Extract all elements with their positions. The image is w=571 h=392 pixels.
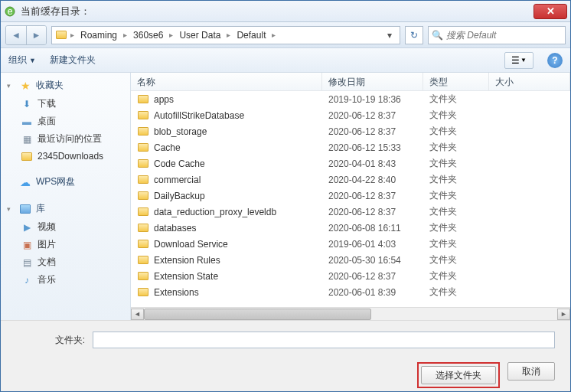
forward-button[interactable]: ► [26,26,46,44]
filename-row: 文件夹: [16,332,555,348]
file-type-cell: 文件夹 [423,237,489,250]
file-date-cell: 2020-04-01 8:43 [322,158,423,169]
navbar: ◄ ► ▸ Roaming ▸ 360se6 ▸ User Data ▸ Def… [1,22,570,48]
column-type[interactable]: 类型 [423,73,489,90]
column-name[interactable]: 名称 [131,73,322,90]
sidebar-libraries-header[interactable]: ▾ 库 [1,199,130,218]
sidebar-item-downloads[interactable]: ⬇下载 [1,95,130,113]
help-button[interactable]: ? [547,53,563,68]
sidebar-item-videos[interactable]: ▶视频 [1,218,130,236]
search-input[interactable] [446,30,562,41]
file-type-cell: 文件夹 [423,253,489,266]
refresh-button[interactable]: ↻ [405,26,423,44]
sidebar-wps-header[interactable]: ☁ WPS网盘 [1,172,130,191]
organize-menu[interactable]: 组织 ▼ [8,54,36,67]
folder-icon [55,29,67,41]
folder-icon [137,222,149,234]
file-rows[interactable]: apps2019-10-19 18:36文件夹AutofillStrikeDat… [131,91,570,307]
folder-icon [21,150,33,162]
view-mode-button[interactable]: ☰ ▼ [504,52,533,69]
file-row[interactable]: commercial2020-04-22 8:40文件夹 [131,172,570,188]
sidebar-libraries-group: ▾ 库 ▶视频 ▣图片 ▤文档 ♪音乐 [1,199,130,289]
file-type-cell: 文件夹 [423,157,489,170]
breadcrumb-item[interactable]: Roaming [77,30,120,41]
scroll-right-button[interactable]: ► [557,309,570,320]
file-name-cell: Cache [131,142,322,154]
file-row[interactable]: data_reduction_proxy_leveldb2020-06-12 8… [131,204,570,220]
column-date[interactable]: 修改日期 [322,73,423,90]
button-row: 选择文件夹 取消 [16,362,555,388]
file-date-cell: 2020-06-12 8:37 [322,207,423,217]
file-name-cell: AutofillStrikeDatabase [131,109,322,122]
close-button[interactable]: ✕ [533,4,567,19]
file-row[interactable]: Download Service2019-06-01 4:03文件夹 [131,236,570,252]
breadcrumb-item[interactable]: Default [233,30,269,41]
file-row[interactable]: Code Cache2020-04-01 8:43文件夹 [131,155,570,172]
sidebar-item-music[interactable]: ♪音乐 [1,271,130,289]
sidebar-item-pictures[interactable]: ▣图片 [1,236,130,253]
breadcrumb[interactable]: ▸ Roaming ▸ 360se6 ▸ User Data ▸ Default… [51,26,400,44]
filename-label: 文件夹: [16,334,85,347]
file-name-cell: DailyBackup [131,190,322,202]
folder-icon [137,126,149,138]
file-row[interactable]: AutofillStrikeDatabase2020-06-12 8:37文件夹 [131,107,570,123]
file-date-cell: 2020-06-01 8:39 [322,287,423,298]
chevron-right-icon: ▸ [168,31,175,39]
sidebar-favorites-group: ▾ ★ 收藏夹 ⬇下载 ▬桌面 ▦最近访问的位置 2345Downloads [1,76,130,165]
file-date-cell: 2019-10-19 18:36 [322,94,423,105]
folder-icon [137,238,149,250]
scroll-track[interactable] [144,309,557,320]
file-date-cell: 2020-06-12 8:37 [322,271,423,282]
sidebar-item-recent[interactable]: ▦最近访问的位置 [1,130,130,148]
file-date-cell: 2020-06-12 15:33 [322,142,423,153]
file-row[interactable]: Extension State2020-06-12 8:37文件夹 [131,268,570,284]
file-type-cell: 文件夹 [423,173,489,186]
file-type-cell: 文件夹 [423,205,489,218]
sidebar-favorites-header[interactable]: ▾ ★ 收藏夹 [1,76,130,95]
file-row[interactable]: Extensions2020-06-01 8:39文件夹 [131,284,570,300]
file-list: 名称 修改日期 类型 大小 apps2019-10-19 18:36文件夹Aut… [131,73,570,320]
sidebar-item-desktop[interactable]: ▬桌面 [1,113,130,130]
back-button[interactable]: ◄ [6,26,26,44]
nav-back-forward: ◄ ► [5,25,47,45]
file-date-cell: 2020-06-12 8:37 [322,110,423,121]
star-icon: ★ [19,80,31,92]
sidebar-item-documents[interactable]: ▤文档 [1,253,130,271]
file-row[interactable]: databases2020-06-08 16:11文件夹 [131,220,570,236]
file-row[interactable]: apps2019-10-19 18:36文件夹 [131,91,570,107]
file-type-cell: 文件夹 [423,109,489,122]
search-icon: 🔍 [432,30,443,41]
window-title: 当前缓存目录： [21,5,533,18]
filename-input[interactable] [93,332,555,348]
search-box[interactable]: 🔍 [428,26,566,44]
breadcrumb-item[interactable]: User Data [176,30,224,41]
column-headers: 名称 修改日期 类型 大小 [131,73,570,91]
horizontal-scrollbar[interactable]: ◄ ► [131,307,570,320]
file-date-cell: 2020-06-08 16:11 [322,223,423,234]
file-date-cell: 2020-05-30 16:54 [322,255,423,266]
sidebar-item-2345downloads[interactable]: 2345Downloads [1,148,130,165]
column-size[interactable]: 大小 [489,73,570,90]
file-row[interactable]: Extension Rules2020-05-30 16:54文件夹 [131,252,570,268]
cancel-button[interactable]: 取消 [507,362,555,381]
file-type-cell: 文件夹 [423,189,489,202]
select-folder-button[interactable]: 选择文件夹 [421,366,496,384]
chevron-right-icon: ▸ [122,31,129,39]
chevron-down-icon: ▾ [7,82,15,90]
sidebar: ▾ ★ 收藏夹 ⬇下载 ▬桌面 ▦最近访问的位置 2345Downloads ☁… [1,73,131,320]
folder-icon [137,286,149,299]
file-type-cell: 文件夹 [423,221,489,234]
file-row[interactable]: blob_storage2020-06-12 8:37文件夹 [131,123,570,139]
desktop-icon: ▬ [21,116,33,128]
breadcrumb-item[interactable]: 360se6 [130,30,166,41]
file-type-cell: 文件夹 [423,93,489,106]
file-name-cell: Download Service [131,238,322,250]
folder-icon [137,190,149,202]
document-icon: ▤ [21,256,33,269]
scroll-left-button[interactable]: ◄ [131,309,144,320]
new-folder-button[interactable]: 新建文件夹 [50,54,96,67]
breadcrumb-dropdown[interactable]: ▾ [383,30,396,41]
file-row[interactable]: DailyBackup2020-06-12 8:37文件夹 [131,188,570,204]
file-row[interactable]: Cache2020-06-12 15:33文件夹 [131,139,570,155]
scroll-thumb[interactable] [144,309,371,320]
